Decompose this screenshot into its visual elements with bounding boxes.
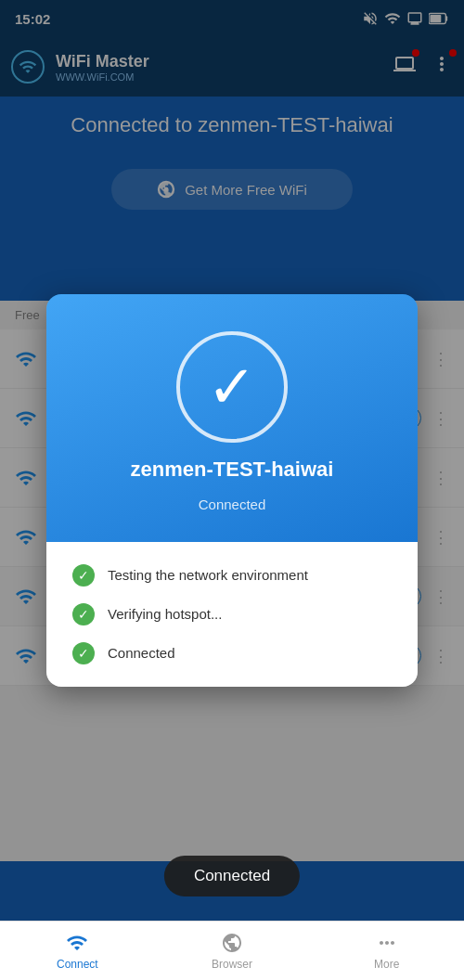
get-free-wifi-button[interactable]: Get More Free WiFi	[111, 169, 353, 210]
connection-modal: ✓ zenmen-TEST-haiwai Connected ✓ Testing…	[46, 294, 418, 687]
status-icons	[362, 10, 449, 27]
modal-network-name: zenmen-TEST-haiwai	[131, 458, 334, 482]
check-item-1: ✓ Testing the network environment	[72, 564, 392, 587]
nav-item-more[interactable]: More	[309, 932, 464, 971]
more-options-icon[interactable]: ⋮	[432, 408, 449, 429]
nav-item-browser[interactable]: Browser	[155, 932, 310, 971]
check-icon-2: ✓	[72, 603, 95, 625]
nav-label-more: More	[374, 958, 399, 971]
success-circle: ✓	[176, 331, 288, 443]
check-item-2: ✓ Verifying hotspot...	[72, 603, 392, 625]
check-item-label-2: Verifying hotspot...	[108, 606, 222, 622]
status-bar: 15:02	[0, 0, 464, 37]
bottom-nav: Connect Browser More	[0, 921, 464, 980]
menu-button[interactable]	[431, 53, 453, 81]
app-title: WiFi Master	[56, 52, 382, 71]
nav-label-browser: Browser	[212, 958, 252, 971]
check-icon-3: ✓	[72, 642, 95, 664]
mute-icon	[362, 10, 379, 27]
more-options-icon[interactable]: ⋮	[432, 646, 449, 666]
wifi-status-icon	[384, 10, 401, 27]
battery-icon	[429, 12, 449, 25]
modal-header: ✓ zenmen-TEST-haiwai Connected	[46, 294, 418, 542]
modal-status-text: Connected	[199, 496, 266, 512]
app-bar-actions	[393, 53, 453, 81]
screen-icon	[406, 10, 423, 27]
modal-body: ✓ Testing the network environment ✓ Veri…	[46, 542, 418, 687]
app-logo	[11, 50, 45, 84]
nav-label-connect: Connect	[57, 958, 98, 971]
more-nav-icon	[376, 932, 398, 954]
toast-label: Connected	[194, 867, 270, 884]
app-subtitle: WWW.WiFi.COM	[56, 71, 382, 83]
screen-share-badge	[412, 49, 419, 57]
nav-item-connect[interactable]: Connect	[0, 932, 155, 971]
get-free-wifi-label: Get More Free WiFi	[185, 182, 307, 198]
connected-banner: Connected to zenmen-TEST-haiwai	[0, 97, 464, 154]
svg-rect-2	[430, 15, 441, 22]
svg-rect-1	[445, 16, 447, 21]
status-time: 15:02	[15, 11, 50, 27]
more-options-icon[interactable]: ⋮	[432, 527, 449, 548]
more-options-icon[interactable]: ⋮	[432, 349, 449, 369]
browser-nav-icon	[221, 932, 243, 954]
app-bar: WiFi Master WWW.WiFi.COM	[0, 37, 464, 97]
wifi-nav-icon	[66, 932, 88, 954]
checkmark-icon: ✓	[207, 357, 257, 417]
connected-toast: Connected	[164, 856, 300, 896]
more-options-icon[interactable]: ⋮	[432, 468, 449, 488]
more-options-icon[interactable]: ⋮	[432, 587, 449, 607]
check-icon-1: ✓	[72, 564, 95, 587]
menu-badge	[449, 49, 457, 57]
check-item-label-1: Testing the network environment	[108, 567, 308, 583]
app-title-block: WiFi Master WWW.WiFi.COM	[56, 52, 382, 83]
check-item-label-3: Connected	[108, 645, 175, 661]
screen-share-button[interactable]	[393, 53, 416, 81]
check-item-3: ✓ Connected	[72, 642, 392, 664]
banner-text: Connected to zenmen-TEST-haiwai	[71, 113, 393, 136]
